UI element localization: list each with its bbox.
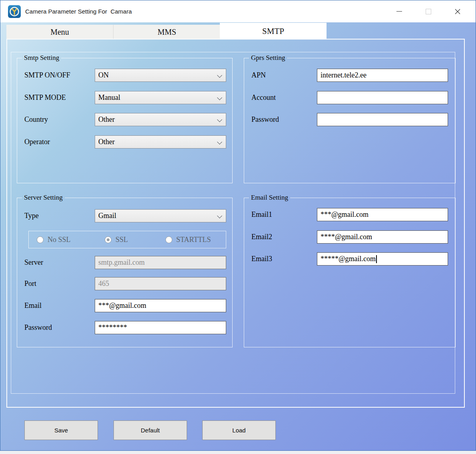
window-controls bbox=[390, 0, 467, 22]
tab-smtp[interactable]: SMTP bbox=[220, 23, 327, 40]
radio-starttls[interactable]: STARTTLS bbox=[165, 231, 211, 248]
maximize-icon[interactable] bbox=[419, 0, 438, 22]
chevron-down-icon bbox=[217, 73, 222, 78]
ssl-label: SSL bbox=[116, 236, 128, 244]
radio-circle-icon bbox=[37, 236, 44, 243]
country-value: Other bbox=[98, 115, 115, 124]
server-password-input[interactable]: ******** bbox=[95, 321, 226, 334]
default-button[interactable]: Default bbox=[114, 420, 187, 440]
chevron-down-icon bbox=[217, 139, 222, 145]
email1-value: ***@gmail.com bbox=[321, 210, 368, 219]
smtp-setting-group: Smtp Setting SMTP ON/OFF ON SMTP MODE Ma… bbox=[17, 54, 233, 183]
tab-menu[interactable]: Menu bbox=[6, 25, 114, 39]
load-button[interactable]: Load bbox=[202, 420, 276, 440]
email1-input[interactable]: ***@gmail.com bbox=[317, 208, 448, 221]
titlebar: Camera Parameter Setting For Camara bbox=[0, 0, 476, 22]
sender-email-label: Email bbox=[24, 299, 42, 312]
account-input[interactable] bbox=[317, 91, 448, 104]
email3-value: *****@gmail.com bbox=[321, 255, 376, 263]
email2-input[interactable]: ****@gmail.com bbox=[317, 230, 448, 244]
radio-circle-selected-icon bbox=[105, 236, 112, 243]
gprs-password-label: Password bbox=[251, 113, 279, 126]
app-window: Camera Parameter Setting For Camara Menu… bbox=[0, 0, 476, 451]
gprs-password-input[interactable] bbox=[317, 113, 448, 126]
email-setting-group: Email Setting Email1 ***@gmail.com Email… bbox=[244, 194, 456, 347]
starttls-label: STARTTLS bbox=[176, 236, 211, 244]
country-dropdown[interactable]: Other bbox=[95, 113, 226, 126]
tab-mms[interactable]: MMS bbox=[114, 25, 221, 39]
operator-dropdown[interactable]: Other bbox=[95, 135, 226, 149]
sender-email-input[interactable]: ***@gmail.com bbox=[95, 299, 226, 312]
text-cursor bbox=[376, 255, 377, 263]
email1-label: Email1 bbox=[251, 208, 272, 221]
port-label: Port bbox=[24, 277, 36, 290]
window-title: Camera Parameter Setting For Camara bbox=[25, 8, 132, 15]
save-button[interactable]: Save bbox=[24, 420, 98, 440]
apn-input[interactable]: internet.tele2.ee bbox=[317, 69, 448, 82]
no-ssl-label: No SSL bbox=[48, 236, 71, 244]
smtp-onoff-dropdown[interactable]: ON bbox=[95, 69, 226, 82]
operator-label: Operator bbox=[24, 135, 50, 149]
email3-label: Email3 bbox=[251, 252, 272, 266]
gprs-setting-group: Gprs Setting APN internet.tele2.ee Accou… bbox=[244, 54, 456, 183]
chevron-down-icon bbox=[217, 213, 222, 218]
smtp-onoff-label: SMTP ON/OFF bbox=[24, 69, 70, 82]
email-setting-title: Email Setting bbox=[249, 194, 290, 202]
radio-circle-icon bbox=[165, 236, 172, 243]
app-logo-icon[interactable] bbox=[8, 5, 21, 18]
type-label: Type bbox=[24, 209, 39, 222]
chevron-down-icon bbox=[217, 95, 222, 100]
smtp-setting-title: Smtp Setting bbox=[22, 54, 61, 62]
apn-label: APN bbox=[251, 69, 266, 82]
ssl-option-panel: No SSL SSL STARTTLS bbox=[28, 231, 226, 248]
gprs-setting-title: Gprs Setting bbox=[249, 54, 287, 62]
close-icon[interactable] bbox=[448, 0, 467, 22]
radio-no-ssl[interactable]: No SSL bbox=[37, 231, 71, 248]
chevron-down-icon bbox=[217, 117, 222, 122]
server-password-label: Password bbox=[24, 321, 52, 334]
account-label: Account bbox=[251, 91, 276, 104]
smtp-mode-label: SMTP MODE bbox=[24, 91, 66, 104]
type-dropdown[interactable]: Gmail bbox=[95, 209, 226, 222]
port-input[interactable]: 465 bbox=[95, 277, 226, 290]
smtp-mode-dropdown[interactable]: Manual bbox=[95, 91, 226, 104]
email2-value: ****@gmail.com bbox=[321, 233, 372, 241]
country-label: Country bbox=[24, 113, 48, 126]
smtp-tab-page: Smtp Setting SMTP ON/OFF ON SMTP MODE Ma… bbox=[6, 39, 465, 408]
server-setting-title: Server Setting bbox=[22, 194, 65, 202]
smtp-mode-value: Manual bbox=[98, 93, 120, 102]
server-setting-group: Server Setting Type Gmail No SSL SSL bbox=[17, 194, 233, 347]
server-input[interactable]: smtp.gmail.com bbox=[95, 256, 226, 269]
server-label: Server bbox=[24, 256, 43, 269]
operator-value: Other bbox=[98, 138, 115, 146]
smtp-onoff-value: ON bbox=[98, 71, 109, 79]
type-value: Gmail bbox=[98, 212, 116, 220]
email2-label: Email2 bbox=[251, 230, 272, 244]
minimize-icon[interactable] bbox=[390, 0, 408, 22]
radio-ssl[interactable]: SSL bbox=[105, 231, 128, 248]
email3-input[interactable]: *****@gmail.com bbox=[317, 252, 448, 266]
